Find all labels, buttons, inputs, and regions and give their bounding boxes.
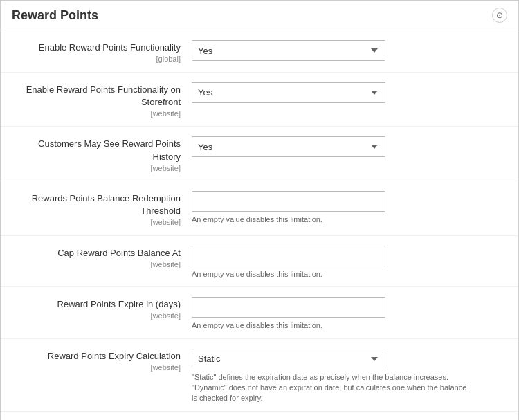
hint-expiry-calculation: "Static" defines the expiration date as … (192, 372, 468, 404)
form-row-enable-reward-points-storefront: Enable Reward Points Functionality on St… (1, 73, 518, 127)
label-col-customers-see-history: Customers May See Reward Points History[… (12, 134, 192, 174)
form-row-cap-reward-points: Cap Reward Points Balance At[website]An … (1, 236, 518, 287)
control-col-enable-reward-points-storefront: YesNo (192, 80, 507, 103)
form-row-balance-redemption-threshold: Rewards Points Balance Redemption Thresh… (1, 181, 518, 236)
label-main-expire-in-days: Reward Points Expire in (days) (12, 298, 181, 311)
label-main-cap-reward-points: Cap Reward Points Balance At (12, 247, 181, 259)
label-scope-enable-reward-points: [global] (12, 54, 181, 64)
input-cap-reward-points[interactable] (192, 246, 385, 266)
page-title: Reward Points (12, 8, 98, 23)
form-row-expire-in-days: Reward Points Expire in (days)[website]A… (1, 287, 518, 338)
hint-balance-redemption-threshold: An empty value disables this limitation. (192, 214, 468, 225)
label-scope-expiry-calculation: [website] (12, 363, 181, 373)
label-main-customers-see-history: Customers May See Reward Points History (12, 138, 181, 163)
form-rows: Enable Reward Points Functionality[globa… (1, 30, 518, 420)
control-col-cap-reward-points: An empty value disables this limitation. (192, 243, 507, 280)
input-expire-in-days[interactable] (192, 297, 385, 318)
panel-header: Reward Points ⊙ (1, 1, 518, 30)
form-row-customers-see-history: Customers May See Reward Points History[… (1, 127, 518, 181)
label-col-expire-in-days: Reward Points Expire in (days)[website] (12, 294, 192, 322)
label-col-cap-reward-points: Cap Reward Points Balance At[website] (12, 243, 192, 271)
form-row-refund-automatically: Refund Reward Points Automatically[globa… (1, 412, 518, 420)
hint-cap-reward-points: An empty value disables this limitation. (192, 269, 468, 280)
label-scope-customers-see-history: [website] (12, 163, 181, 174)
label-main-enable-reward-points: Enable Reward Points Functionality (12, 42, 181, 54)
select-customers-see-history[interactable]: YesNo (192, 136, 385, 157)
label-col-balance-redemption-threshold: Rewards Points Balance Redemption Thresh… (12, 188, 192, 228)
input-balance-redemption-threshold[interactable] (192, 191, 385, 212)
label-scope-cap-reward-points: [website] (12, 259, 181, 270)
hint-expire-in-days: An empty value disables this limitation. (192, 320, 468, 331)
control-col-customers-see-history: YesNo (192, 134, 507, 157)
form-row-expiry-calculation: Reward Points Expiry Calculation[website… (1, 339, 518, 412)
label-scope-expire-in-days: [website] (12, 311, 181, 321)
control-col-balance-redemption-threshold: An empty value disables this limitation. (192, 188, 507, 225)
label-col-expiry-calculation: Reward Points Expiry Calculation[website… (12, 346, 192, 374)
select-enable-reward-points[interactable]: YesNo (192, 40, 385, 61)
label-main-balance-redemption-threshold: Rewards Points Balance Redemption Thresh… (12, 192, 181, 217)
label-main-expiry-calculation: Reward Points Expiry Calculation (12, 350, 181, 363)
label-scope-balance-redemption-threshold: [website] (12, 217, 181, 228)
form-row-enable-reward-points: Enable Reward Points Functionality[globa… (1, 30, 518, 73)
select-expiry-calculation[interactable]: StaticDynamic (192, 349, 385, 369)
label-col-enable-reward-points-storefront: Enable Reward Points Functionality on St… (12, 80, 192, 120)
control-col-enable-reward-points: YesNo (192, 37, 507, 61)
label-main-enable-reward-points-storefront: Enable Reward Points Functionality on St… (12, 84, 181, 109)
control-col-expire-in-days: An empty value disables this limitation. (192, 294, 507, 331)
label-scope-enable-reward-points-storefront: [website] (12, 109, 181, 119)
collapse-button[interactable]: ⊙ (492, 8, 507, 23)
control-col-expiry-calculation: StaticDynamic"Static" defines the expira… (192, 346, 507, 404)
select-enable-reward-points-storefront[interactable]: YesNo (192, 82, 385, 103)
reward-points-panel: Reward Points ⊙ Enable Reward Points Fun… (0, 0, 519, 420)
label-col-enable-reward-points: Enable Reward Points Functionality[globa… (12, 37, 192, 65)
